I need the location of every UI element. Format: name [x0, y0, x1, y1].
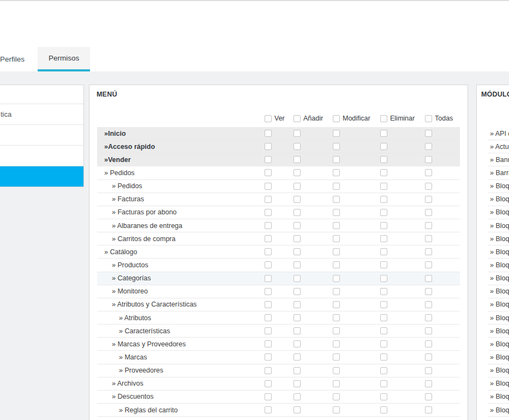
permission-todas-checkbox[interactable] — [425, 156, 432, 163]
permission-eliminar-checkbox[interactable] — [380, 367, 387, 374]
permission-todas-checkbox[interactable] — [425, 261, 432, 268]
permission-modificar-checkbox[interactable] — [333, 248, 340, 255]
permission-ver-checkbox[interactable] — [265, 130, 272, 137]
permission-anadir-checkbox[interactable] — [294, 248, 301, 255]
permission-ver-checkbox[interactable] — [265, 301, 272, 308]
permission-ver-checkbox[interactable] — [265, 196, 272, 203]
permission-todas-checkbox[interactable] — [425, 183, 432, 190]
permission-todas-checkbox[interactable] — [425, 367, 432, 374]
permission-anadir-checkbox[interactable] — [294, 327, 301, 334]
permission-ver-checkbox[interactable] — [265, 209, 272, 216]
permission-modificar-checkbox[interactable] — [333, 261, 340, 268]
permission-modificar-checkbox[interactable] — [333, 156, 340, 163]
permission-eliminar-checkbox[interactable] — [380, 248, 387, 255]
permission-todas-checkbox[interactable] — [425, 248, 432, 255]
permission-todas-checkbox[interactable] — [425, 380, 432, 387]
permission-todas-checkbox[interactable] — [425, 143, 432, 150]
permission-modificar-checkbox[interactable] — [333, 327, 340, 334]
permission-modificar-checkbox[interactable] — [333, 222, 340, 229]
permission-eliminar-checkbox[interactable] — [380, 183, 387, 190]
permission-ver-checkbox[interactable] — [265, 380, 272, 387]
permission-eliminar-checkbox[interactable] — [380, 314, 387, 321]
permission-modificar-checkbox[interactable] — [333, 275, 340, 282]
permission-eliminar-checkbox[interactable] — [380, 275, 387, 282]
permission-ver-checkbox[interactable] — [265, 169, 272, 176]
permission-ver-checkbox[interactable] — [265, 222, 272, 229]
permission-anadir-checkbox[interactable] — [294, 222, 301, 229]
permission-todas-checkbox[interactable] — [425, 393, 432, 400]
permission-eliminar-checkbox[interactable] — [380, 406, 387, 413]
permission-modificar-checkbox[interactable] — [333, 209, 340, 216]
permission-ver-checkbox[interactable] — [265, 353, 272, 361]
permission-anadir-checkbox[interactable] — [294, 275, 301, 282]
permission-ver-checkbox[interactable] — [265, 314, 272, 321]
permission-anadir-checkbox[interactable] — [294, 288, 301, 295]
permission-modificar-checkbox[interactable] — [333, 353, 340, 361]
permission-anadir-checkbox[interactable] — [294, 169, 301, 176]
permission-todas-checkbox[interactable] — [425, 130, 432, 137]
permission-anadir-checkbox[interactable] — [294, 380, 301, 387]
permission-todas-checkbox[interactable] — [425, 353, 432, 361]
permission-anadir-checkbox[interactable] — [294, 261, 301, 268]
permission-modificar-checkbox[interactable] — [333, 169, 340, 176]
permission-anadir-checkbox[interactable] — [294, 143, 301, 150]
permission-todas-checkbox[interactable] — [425, 169, 432, 176]
permission-modificar-checkbox[interactable] — [333, 235, 340, 242]
permission-anadir-checkbox[interactable] — [294, 183, 301, 190]
permission-ver-checkbox[interactable] — [265, 288, 272, 295]
permission-eliminar-checkbox[interactable] — [380, 130, 387, 137]
select-all-anadir-checkbox[interactable] — [294, 115, 301, 122]
permission-ver-checkbox[interactable] — [265, 156, 272, 163]
permission-anadir-checkbox[interactable] — [294, 367, 301, 374]
profile-row[interactable] — [0, 125, 83, 146]
permission-eliminar-checkbox[interactable] — [380, 196, 387, 203]
permission-eliminar-checkbox[interactable] — [380, 261, 387, 268]
permission-todas-checkbox[interactable] — [425, 235, 432, 242]
permission-eliminar-checkbox[interactable] — [380, 380, 387, 387]
permission-todas-checkbox[interactable] — [425, 406, 432, 413]
permission-ver-checkbox[interactable] — [265, 183, 272, 190]
permission-eliminar-checkbox[interactable] — [380, 353, 387, 361]
permission-todas-checkbox[interactable] — [425, 301, 432, 308]
permission-eliminar-checkbox[interactable] — [380, 327, 387, 334]
permission-ver-checkbox[interactable] — [265, 261, 272, 268]
profile-row[interactable]: tica — [0, 104, 83, 125]
permission-modificar-checkbox[interactable] — [333, 393, 340, 400]
permission-modificar-checkbox[interactable] — [333, 340, 340, 347]
select-all-ver-checkbox[interactable] — [265, 115, 272, 122]
permission-eliminar-checkbox[interactable] — [380, 222, 387, 229]
permission-eliminar-checkbox[interactable] — [380, 235, 387, 242]
permission-modificar-checkbox[interactable] — [333, 314, 340, 321]
permission-modificar-checkbox[interactable] — [333, 301, 340, 308]
permission-modificar-checkbox[interactable] — [333, 367, 340, 374]
permission-anadir-checkbox[interactable] — [294, 209, 301, 216]
permission-todas-checkbox[interactable] — [425, 196, 432, 203]
permission-anadir-checkbox[interactable] — [294, 235, 301, 242]
permission-modificar-checkbox[interactable] — [333, 143, 340, 150]
permission-anadir-checkbox[interactable] — [294, 393, 301, 400]
permission-anadir-checkbox[interactable] — [294, 130, 301, 137]
permission-todas-checkbox[interactable] — [425, 288, 432, 295]
permission-anadir-checkbox[interactable] — [294, 353, 301, 361]
permission-eliminar-checkbox[interactable] — [380, 143, 387, 150]
tab-permisos[interactable]: Permisos — [38, 47, 90, 71]
permission-eliminar-checkbox[interactable] — [380, 169, 387, 176]
permission-eliminar-checkbox[interactable] — [380, 209, 387, 216]
tab-perfiles[interactable]: Perfiles — [0, 47, 35, 71]
permission-todas-checkbox[interactable] — [425, 340, 432, 347]
select-all-todas-checkbox[interactable] — [425, 115, 432, 122]
permission-ver-checkbox[interactable] — [265, 248, 272, 255]
permission-modificar-checkbox[interactable] — [333, 288, 340, 295]
permission-ver-checkbox[interactable] — [265, 327, 272, 334]
permission-anadir-checkbox[interactable] — [294, 156, 301, 163]
profile-row[interactable] — [0, 146, 83, 166]
permission-anadir-checkbox[interactable] — [294, 196, 301, 203]
permission-ver-checkbox[interactable] — [265, 393, 272, 400]
permission-modificar-checkbox[interactable] — [333, 380, 340, 387]
permission-ver-checkbox[interactable] — [265, 143, 272, 150]
profile-row-selected[interactable] — [0, 166, 83, 187]
permission-ver-checkbox[interactable] — [265, 235, 272, 242]
permission-todas-checkbox[interactable] — [425, 275, 432, 282]
permission-ver-checkbox[interactable] — [265, 367, 272, 374]
permission-todas-checkbox[interactable] — [425, 327, 432, 334]
